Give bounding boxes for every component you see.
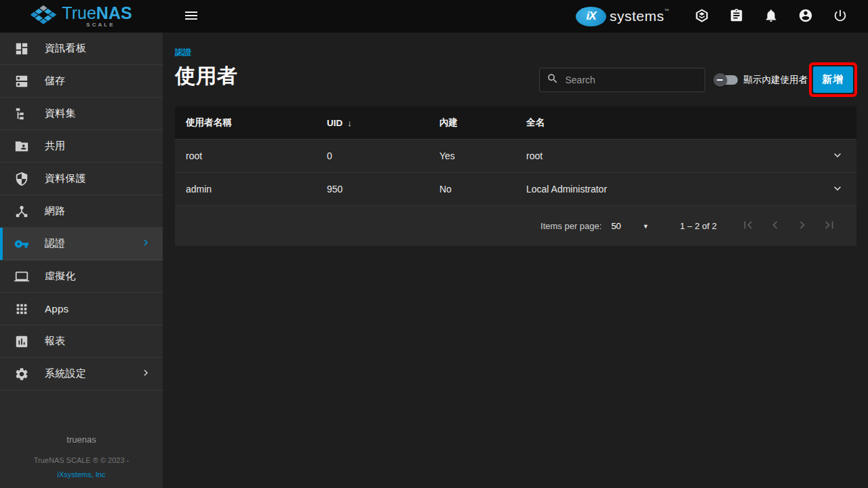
toggle-knob: [713, 73, 727, 87]
toggle-switch-icon[interactable]: [713, 73, 738, 87]
chevron-left-icon: [768, 218, 783, 235]
search-box[interactable]: [539, 68, 705, 92]
ixsystems-link[interactable]: iXsystems, Inc: [58, 470, 106, 479]
folder-shared-icon: [14, 139, 29, 154]
truenas-wordmark: TrueNAS SCALE: [62, 5, 132, 28]
sidebar-item-virtualization[interactable]: 虛擬化: [0, 260, 163, 293]
sidebar-item-network[interactable]: 網路: [0, 195, 163, 228]
users-table: 使用者名稱 UID↓ 內建 全名 root 0 Yes root admin 9…: [175, 106, 856, 246]
pagination-range: 1 – 2 of 2: [680, 221, 717, 231]
ix-ellipse-icon: iX: [576, 7, 606, 26]
sidebar: 資訊看板 儲存 資料集 共用 資料保護 網路 認證 虛擬化 Apps 報表 系統…: [0, 33, 163, 488]
sidebar-menu-toggle-button[interactable]: [179, 3, 203, 30]
table-row-admin[interactable]: admin 950 No Local Administrator: [175, 172, 856, 205]
clipboard-icon: [729, 8, 744, 25]
sidebar-item-credentials[interactable]: 認證: [0, 228, 163, 260]
search-input[interactable]: [566, 75, 688, 85]
column-header-builtin[interactable]: 內建: [429, 117, 515, 129]
trademark: ™: [665, 8, 670, 13]
truenas-diamond-icon: [31, 5, 56, 28]
laptop-icon: [14, 269, 29, 284]
expand-row-button[interactable]: [831, 182, 856, 197]
sidebar-item-system-settings[interactable]: 系統設定: [0, 358, 163, 390]
sidebar-item-label: 報表: [45, 335, 66, 348]
power-icon: [833, 8, 848, 25]
power-button[interactable]: [831, 7, 849, 25]
truecommand-button[interactable]: [693, 7, 711, 25]
ixsystems-text: systems™: [610, 8, 669, 24]
expand-row-button[interactable]: [831, 148, 856, 164]
logo-text-regular: True: [62, 3, 96, 22]
annotation-highlight-box: 新增: [809, 62, 857, 97]
sidebar-item-label: 網路: [45, 205, 66, 218]
bell-icon: [764, 8, 778, 25]
page-header: 認證 使用者 顯示內建使用者 新增: [163, 33, 868, 90]
table-header-row: 使用者名稱 UID↓ 內建 全名: [175, 106, 856, 139]
apps-grid-icon: [14, 302, 29, 317]
shield-icon: [14, 171, 29, 186]
cell-uid: 0: [316, 150, 429, 161]
column-header-username[interactable]: 使用者名稱: [175, 117, 316, 129]
sidebar-item-shares[interactable]: 共用: [0, 130, 163, 163]
chevron-down-icon: [831, 148, 844, 164]
toggle-label: 顯示內建使用者: [744, 74, 808, 86]
key-icon: [14, 237, 29, 251]
column-header-fullname[interactable]: 全名: [515, 117, 816, 129]
breadcrumb-credentials[interactable]: 認證: [175, 47, 191, 58]
last-page-button[interactable]: [816, 213, 843, 240]
sidebar-item-label: 資料保護: [45, 172, 86, 185]
items-per-page-value: 50: [611, 221, 620, 231]
sidebar-item-label: 認證: [45, 237, 66, 250]
cell-fullname: root: [515, 150, 816, 161]
cell-username: admin: [175, 184, 316, 195]
previous-page-button[interactable]: [762, 213, 789, 240]
storage-icon: [14, 74, 29, 89]
sidebar-item-datasets[interactable]: 資料集: [0, 98, 163, 130]
copyright-text: TrueNAS SCALE ® © 2023 -: [0, 456, 163, 464]
account-button[interactable]: [797, 7, 814, 25]
chevron-right-icon: [140, 367, 152, 382]
sort-desc-icon[interactable]: ↓: [347, 118, 352, 128]
account-circle-icon: [798, 8, 813, 25]
hamburger-icon: [183, 16, 199, 26]
cell-builtin: No: [429, 184, 515, 195]
topbar: TrueNAS SCALE iX systems™: [0, 0, 868, 33]
sidebar-item-label: 虛擬化: [45, 270, 76, 283]
header-controls: 顯示內建使用者 新增: [539, 62, 858, 97]
sidebar-item-reporting[interactable]: 報表: [0, 325, 163, 358]
cell-fullname: Local Administrator: [515, 184, 816, 195]
sidebar-item-label: 資料集: [45, 107, 76, 120]
next-page-button[interactable]: [789, 213, 816, 240]
items-per-page-select[interactable]: 50 ▼: [611, 221, 648, 231]
first-page-icon: [741, 218, 755, 235]
ixsystems-logo: iX systems™: [576, 7, 669, 26]
main-content: 認證 使用者 顯示內建使用者 新增 使用者名稱: [163, 33, 868, 488]
table-row-root[interactable]: root 0 Yes root: [175, 139, 856, 172]
bar-chart-icon: [14, 334, 29, 349]
items-per-page-label: Items per page:: [540, 221, 601, 231]
caret-down-icon: ▼: [643, 223, 649, 230]
sidebar-item-dashboard[interactable]: 資訊看板: [0, 33, 163, 65]
search-icon: [547, 73, 559, 87]
cell-username: root: [175, 150, 316, 161]
sidebar-item-label: Apps: [45, 303, 68, 314]
column-header-uid[interactable]: UID↓: [316, 118, 429, 128]
show-builtin-users-toggle[interactable]: 顯示內建使用者: [713, 73, 808, 87]
sidebar-item-data-protection[interactable]: 資料保護: [0, 163, 163, 195]
chevron-right-icon: [140, 237, 152, 251]
minus-icon: [717, 79, 723, 81]
sidebar-item-storage[interactable]: 儲存: [0, 65, 163, 98]
logo-subtext: SCALE: [86, 22, 132, 28]
sidebar-item-label: 資訊看板: [45, 42, 86, 55]
jobs-button[interactable]: [728, 7, 745, 25]
alerts-button[interactable]: [762, 7, 780, 25]
add-user-button[interactable]: 新增: [813, 66, 853, 93]
datasets-tree-icon: [14, 106, 29, 121]
sidebar-item-label: 系統設定: [45, 367, 86, 380]
sidebar-item-apps[interactable]: Apps: [0, 293, 163, 325]
truenas-logo[interactable]: TrueNAS SCALE: [31, 5, 132, 28]
cell-uid: 950: [316, 184, 429, 195]
first-page-button[interactable]: [734, 213, 762, 240]
sidebar-item-label: 儲存: [45, 75, 66, 87]
topbar-actions: iX systems™: [576, 7, 868, 26]
